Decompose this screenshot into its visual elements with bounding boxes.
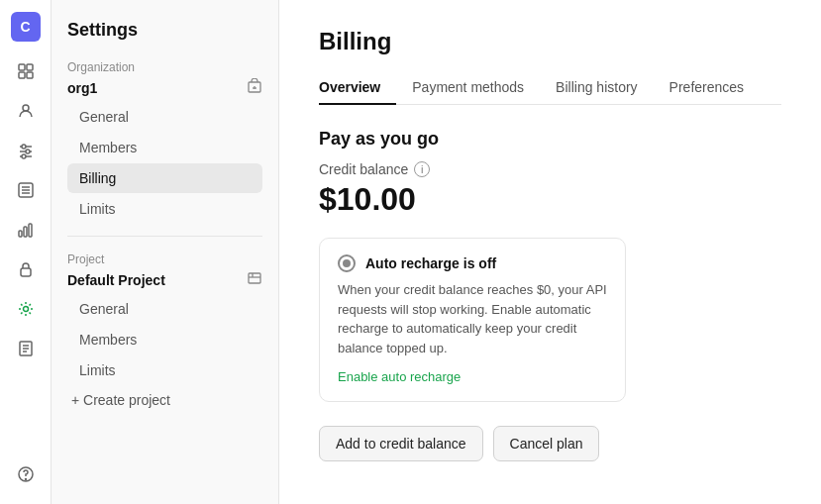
recharge-card: Auto recharge is off When your credit ba…: [319, 238, 626, 402]
project-icon: [247, 270, 262, 290]
sidebar-item-org-limits[interactable]: Limits: [67, 194, 262, 224]
nav-icon-person[interactable]: [8, 93, 44, 129]
svg-point-6: [22, 145, 26, 149]
nav-icon-list[interactable]: [8, 172, 44, 208]
nav-icon-chart[interactable]: [8, 212, 44, 248]
credit-amount: $10.00: [319, 181, 781, 218]
sidebar-item-org-general[interactable]: General: [67, 102, 262, 132]
tab-preferences[interactable]: Preferences: [654, 71, 760, 105]
credit-label: Credit balance i: [319, 161, 781, 177]
nav-icon-gear[interactable]: [8, 291, 44, 327]
sidebar-item-org-members[interactable]: Members: [67, 133, 262, 162]
recharge-description: When your credit balance reaches $0, you…: [338, 280, 607, 357]
sidebar-item-org-billing[interactable]: Billing: [67, 163, 262, 193]
svg-point-4: [23, 105, 29, 111]
svg-rect-16: [24, 227, 27, 237]
sidebar: Settings Organization org1 General Membe…: [51, 0, 279, 504]
action-buttons: Add to credit balance Cancel plan: [319, 426, 781, 461]
tab-billing-history[interactable]: Billing history: [540, 71, 653, 105]
info-icon[interactable]: i: [414, 161, 430, 177]
recharge-header: Auto recharge is off: [338, 254, 607, 272]
enable-auto-recharge-link[interactable]: Enable auto recharge: [338, 369, 461, 384]
svg-point-8: [26, 150, 30, 153]
svg-rect-18: [21, 268, 31, 276]
svg-rect-15: [19, 231, 22, 237]
nav-icon-lock[interactable]: [8, 252, 44, 287]
nav-icon-help[interactable]: [8, 456, 44, 492]
project-section-label: Project: [67, 252, 262, 266]
svg-rect-29: [249, 273, 260, 283]
project-name[interactable]: Default Project: [67, 270, 262, 290]
auto-recharge-radio[interactable]: [338, 254, 356, 272]
tabs: Overview Payment methods Billing history…: [319, 71, 781, 105]
tab-payment-methods[interactable]: Payment methods: [396, 71, 540, 105]
nav-icon-book[interactable]: [8, 331, 44, 366]
svg-point-25: [25, 479, 26, 480]
org-icon: [247, 78, 262, 98]
main-content: Billing Overview Payment methods Billing…: [279, 0, 821, 504]
tab-overview[interactable]: Overview: [319, 71, 396, 105]
sidebar-item-project-limits[interactable]: Limits: [67, 355, 262, 385]
nav-icon-sliders[interactable]: [8, 133, 44, 168]
cancel-plan-button[interactable]: Cancel plan: [493, 426, 600, 461]
recharge-title: Auto recharge is off: [365, 255, 496, 271]
sidebar-item-project-general[interactable]: General: [67, 294, 262, 324]
svg-point-10: [22, 154, 26, 158]
sidebar-item-project-members[interactable]: Members: [67, 325, 262, 354]
org-section-label: Organization: [67, 60, 262, 74]
app-avatar[interactable]: C: [11, 12, 41, 42]
sidebar-divider: [67, 236, 262, 237]
svg-point-19: [23, 307, 28, 312]
org-name[interactable]: org1: [67, 78, 262, 98]
add-to-credit-balance-button[interactable]: Add to credit balance: [319, 426, 483, 461]
page-title: Billing: [319, 28, 781, 55]
create-project-button[interactable]: + Create project: [67, 386, 262, 414]
radio-inner: [343, 259, 351, 267]
icon-bar: C: [0, 0, 51, 504]
svg-rect-3: [27, 72, 33, 78]
svg-rect-2: [19, 72, 25, 78]
svg-rect-17: [29, 224, 32, 237]
nav-icon-grid[interactable]: [8, 53, 44, 89]
svg-rect-1: [27, 64, 33, 70]
section-heading: Pay as you go: [319, 129, 781, 150]
sidebar-title: Settings: [67, 20, 262, 41]
svg-rect-0: [19, 64, 25, 70]
